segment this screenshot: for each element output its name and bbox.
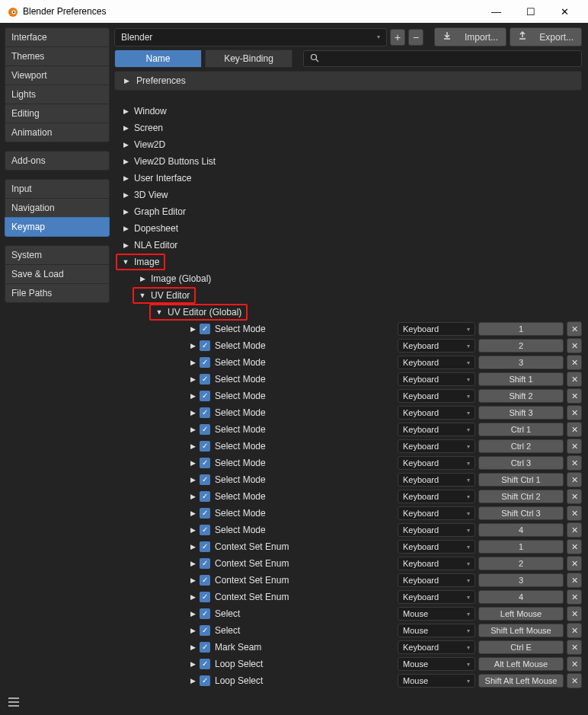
key-binding[interactable]: Shift 1 [478, 372, 564, 386]
input-type-select[interactable]: Mouse▾ [398, 674, 475, 688]
import-button[interactable]: Import... [434, 27, 507, 46]
triangle-right-icon[interactable]: ▶ [189, 392, 197, 400]
tab-keybinding[interactable]: Key-Binding [205, 49, 292, 68]
enable-checkbox[interactable]: ✓ [200, 357, 210, 368]
preferences-section[interactable]: ▶ Preferences [114, 71, 582, 91]
input-type-select[interactable]: Keyboard▾ [398, 473, 475, 487]
key-binding[interactable]: Ctrl 3 [478, 456, 564, 470]
triangle-right-icon[interactable]: ▶ [189, 509, 197, 517]
delete-button[interactable]: ✕ [567, 321, 582, 337]
tree-view-d-buttons-list[interactable]: ▶View2D Buttons List [122, 153, 582, 170]
sidebar-item-interface[interactable]: Interface [5, 27, 110, 47]
input-type-select[interactable]: Keyboard▾ [398, 439, 475, 453]
delete-button[interactable]: ✕ [567, 640, 582, 655]
enable-checkbox[interactable]: ✓ [200, 424, 210, 435]
triangle-right-icon[interactable]: ▶ [189, 476, 197, 484]
key-binding[interactable]: 1 [478, 540, 564, 554]
input-type-select[interactable]: Keyboard▾ [398, 389, 475, 403]
enable-checkbox[interactable]: ✓ [200, 625, 210, 636]
tree--d-view[interactable]: ▶3D View [122, 187, 582, 203]
input-type-select[interactable]: Keyboard▾ [398, 573, 475, 587]
key-binding[interactable]: 3 [478, 573, 564, 587]
delete-button[interactable]: ✕ [567, 439, 582, 454]
input-type-select[interactable]: Keyboard▾ [398, 322, 475, 336]
key-binding[interactable]: Left Mouse [478, 607, 564, 621]
input-type-select[interactable]: Keyboard▾ [398, 356, 475, 369]
enable-checkbox[interactable]: ✓ [200, 374, 210, 385]
key-binding[interactable]: Shift Ctrl 1 [478, 473, 564, 487]
delete-button[interactable]: ✕ [567, 506, 582, 521]
delete-button[interactable]: ✕ [567, 522, 582, 538]
tree-image-global-[interactable]: ▶Image (Global) [122, 270, 582, 287]
input-type-select[interactable]: Keyboard▾ [398, 456, 475, 470]
input-type-select[interactable]: Mouse▾ [398, 607, 475, 621]
minimize-button[interactable]: — [479, 0, 513, 23]
sidebar-item-add-ons[interactable]: Add-ons [5, 151, 110, 171]
key-binding[interactable]: Shift Left Mouse [478, 624, 564, 637]
key-binding[interactable]: Ctrl 2 [478, 439, 564, 453]
tree-image[interactable]: ▼Image [122, 254, 582, 270]
enable-checkbox[interactable]: ✓ [200, 642, 210, 653]
input-type-select[interactable]: Mouse▾ [398, 624, 475, 637]
key-binding[interactable]: 2 [478, 339, 564, 353]
triangle-right-icon[interactable]: ▶ [189, 409, 197, 417]
triangle-right-icon[interactable]: ▶ [189, 325, 197, 333]
triangle-right-icon[interactable]: ▶ [189, 493, 197, 500]
triangle-right-icon[interactable]: ▶ [189, 610, 197, 618]
sidebar-item-file-paths[interactable]: File Paths [5, 283, 110, 303]
triangle-right-icon[interactable]: ▶ [189, 643, 197, 651]
enable-checkbox[interactable]: ✓ [200, 659, 210, 669]
key-binding[interactable]: Shift Alt Left Mouse [478, 674, 564, 688]
triangle-right-icon[interactable]: ▶ [189, 660, 197, 668]
tab-name[interactable]: Name [114, 49, 202, 68]
delete-button[interactable]: ✕ [567, 338, 582, 353]
enable-checkbox[interactable]: ✓ [200, 407, 210, 418]
preset-add-button[interactable]: + [390, 29, 405, 46]
tree-uv-editor[interactable]: ▼UV Editor [122, 287, 582, 304]
enable-checkbox[interactable]: ✓ [200, 324, 210, 334]
key-binding[interactable]: Shift 3 [478, 406, 564, 420]
input-type-select[interactable]: Keyboard▾ [398, 640, 475, 654]
tree-window[interactable]: ▶Window [122, 103, 582, 120]
close-button[interactable]: ✕ [548, 0, 582, 23]
enable-checkbox[interactable]: ✓ [200, 474, 210, 485]
delete-button[interactable]: ✕ [567, 489, 582, 504]
enable-checkbox[interactable]: ✓ [200, 675, 210, 686]
sidebar-item-viewport[interactable]: Viewport [5, 65, 110, 85]
input-type-select[interactable]: Mouse▾ [398, 657, 475, 671]
key-binding[interactable]: 2 [478, 557, 564, 570]
enable-checkbox[interactable]: ✓ [200, 458, 210, 468]
triangle-right-icon[interactable]: ▶ [189, 342, 197, 350]
sidebar-item-editing[interactable]: Editing [5, 104, 110, 123]
delete-button[interactable]: ✕ [567, 623, 582, 638]
sidebar-item-themes[interactable]: Themes [5, 46, 110, 66]
delete-button[interactable]: ✕ [567, 656, 582, 672]
tree-graph-editor[interactable]: ▶Graph Editor [122, 203, 582, 220]
delete-button[interactable]: ✕ [567, 372, 582, 387]
triangle-right-icon[interactable]: ▶ [189, 526, 197, 534]
triangle-right-icon[interactable]: ▶ [189, 560, 197, 567]
tree-screen[interactable]: ▶Screen [122, 120, 582, 136]
enable-checkbox[interactable]: ✓ [200, 592, 210, 602]
sidebar-item-keymap[interactable]: Keymap [5, 217, 110, 237]
delete-button[interactable]: ✕ [567, 539, 582, 554]
input-type-select[interactable]: Keyboard▾ [398, 339, 475, 353]
input-type-select[interactable]: Keyboard▾ [398, 372, 475, 386]
key-binding[interactable]: Shift 2 [478, 389, 564, 403]
sidebar-item-system[interactable]: System [5, 245, 110, 265]
input-type-select[interactable]: Keyboard▾ [398, 490, 475, 503]
delete-button[interactable]: ✕ [567, 556, 582, 571]
sidebar-item-input[interactable]: Input [5, 179, 110, 199]
enable-checkbox[interactable]: ✓ [200, 541, 210, 552]
key-binding[interactable]: Shift Ctrl 2 [478, 490, 564, 503]
key-binding[interactable]: Ctrl 1 [478, 423, 564, 436]
triangle-right-icon[interactable]: ▶ [189, 442, 197, 450]
delete-button[interactable]: ✕ [567, 355, 582, 370]
tree-nla-editor[interactable]: ▶NLA Editor [122, 237, 582, 254]
maximize-button[interactable]: ☐ [513, 0, 548, 23]
key-binding[interactable]: 4 [478, 523, 564, 537]
delete-button[interactable]: ✕ [567, 589, 582, 605]
triangle-right-icon[interactable]: ▶ [189, 576, 197, 584]
key-binding[interactable]: 4 [478, 590, 564, 604]
enable-checkbox[interactable]: ✓ [200, 575, 210, 586]
